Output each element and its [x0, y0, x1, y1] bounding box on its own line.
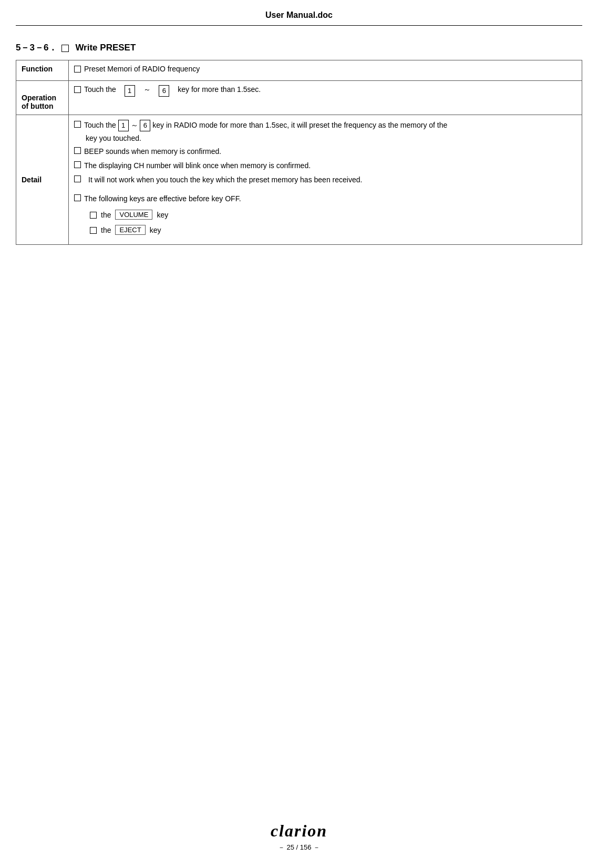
section-number: 5－3－6． [16, 42, 57, 54]
operation-item: Touch the 1 ～ 6 key for more than 1.5sec… [74, 85, 576, 97]
detail-line2-text: BEEP sounds when memory is confirmed. [84, 146, 221, 157]
function-label-text: Function [22, 65, 53, 73]
function-row: Function Preset Memori of RADIO frequenc… [16, 60, 582, 81]
operation-label: Operation of button [16, 81, 69, 115]
detail-line4-text: It will not work when you touch the key … [88, 174, 362, 185]
detail-cb2 [74, 147, 81, 154]
op-text-before: Touch the [84, 85, 116, 94]
function-text: Preset Memori of RADIO frequency [84, 65, 200, 73]
following-section: The following keys are effective before … [74, 193, 576, 235]
page-number: － 25 / 156 － [0, 843, 598, 852]
footer: clarion － 25 / 156 － [0, 821, 598, 852]
following-line: The following keys are effective before … [74, 193, 576, 204]
detail-line3: The displaying CH number will blink once… [74, 160, 576, 171]
main-table: Function Preset Memori of RADIO frequenc… [16, 60, 582, 245]
function-label: Function [16, 60, 69, 81]
volume-key-line: the VOLUME key [90, 210, 576, 220]
operation-content: Touch the 1 ～ 6 key for more than 1.5sec… [69, 81, 582, 115]
detail-cb4 [74, 175, 81, 182]
eject-badge: EJECT [115, 225, 145, 235]
vol-key-text: key [157, 211, 168, 219]
detail-key2: 6 [140, 120, 150, 131]
operation-row: Operation of button Touch the 1 ～ 6 key … [16, 81, 582, 115]
detail-row: Detail Touch the 1 ～ 6 key in RADIO mode… [16, 115, 582, 245]
detail-line4: It will not work when you touch the key … [74, 174, 576, 185]
op-key1: 1 [125, 85, 135, 97]
operation-checkbox [74, 86, 81, 93]
eject-the: the [101, 226, 111, 234]
section-heading: 5－3－6． Write PRESET [16, 42, 582, 54]
vol-badge: VOLUME [115, 210, 152, 220]
function-checkbox [74, 66, 81, 73]
vol-the: the [101, 211, 111, 219]
eject-checkbox [90, 227, 97, 234]
doc-title: User Manual.doc [16, 11, 582, 26]
eject-key-text: key [150, 226, 161, 234]
operation-label-text: Operation of button [22, 94, 56, 110]
section-checkbox [61, 45, 69, 52]
function-content: Preset Memori of RADIO frequency [69, 60, 582, 81]
page: User Manual.doc 5－3－6． Write PRESET Func… [0, 0, 598, 868]
detail-line1: Touch the 1 ～ 6 key in RADIO mode for mo… [74, 119, 576, 131]
op-text-after: key for more than 1.5sec. [178, 85, 261, 94]
detail-line2: BEEP sounds when memory is confirmed. [74, 146, 576, 157]
detail-line3-text: The displaying CH number will blink once… [84, 160, 311, 171]
detail-content: Touch the 1 ～ 6 key in RADIO mode for mo… [69, 115, 582, 245]
following-text: The following keys are effective before … [84, 193, 241, 204]
following-cb [74, 194, 81, 201]
section-title: Write PRESET [75, 43, 136, 53]
op-key2: 6 [159, 85, 169, 97]
detail-label-text: Detail [22, 175, 42, 184]
function-item: Preset Memori of RADIO frequency [74, 65, 576, 73]
detail-line1-cont: key you touched. [86, 134, 576, 142]
detail-cb3 [74, 161, 81, 168]
op-tilde: ～ [143, 85, 151, 95]
detail-key1: 1 [118, 120, 129, 131]
eject-key-line: the EJECT key [90, 225, 576, 235]
detail-label: Detail [16, 115, 69, 245]
title-text: User Manual.doc [265, 11, 333, 19]
brand-logo: clarion [0, 821, 598, 841]
detail-line1-text: Touch the 1 ～ 6 key in RADIO mode for mo… [84, 120, 447, 131]
vol-checkbox [90, 212, 97, 219]
detail-cb1 [74, 121, 81, 128]
